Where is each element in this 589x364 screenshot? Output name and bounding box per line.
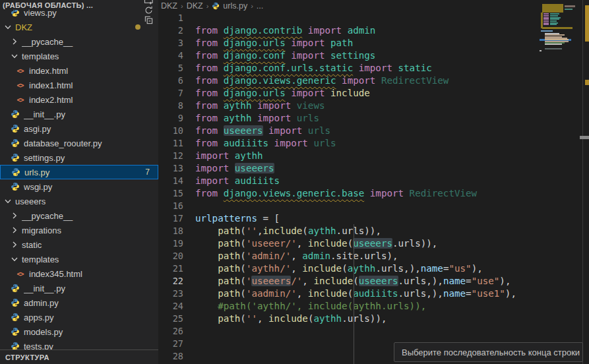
code-line-5[interactable]: 5from django.conf.urls.static import sta… [158, 61, 540, 74]
tooltip-text: Выберите последовательность конца строки [402, 348, 580, 357]
sidebar-item-apps-py[interactable]: apps.py [0, 310, 158, 324]
code-line-16[interactable]: 16 [158, 199, 540, 212]
code-area[interactable]: 12from django.contrib import admin3from … [158, 11, 540, 362]
sidebar-item-admin-py[interactable]: admin.py [0, 295, 158, 310]
sidebar-item-templates[interactable]: templates [0, 252, 158, 266]
python-icon [9, 181, 20, 192]
line-number: 2 [158, 25, 195, 36]
sidebar-item-models-py[interactable]: models.py [0, 324, 158, 339]
item-label: migrations [22, 226, 158, 235]
refresh-icon[interactable] [142, 5, 156, 15]
breadcrumb-item-folder[interactable]: DKZ [187, 1, 203, 11]
item-label: __init__.py [24, 109, 158, 119]
sidebar-item-templates[interactable]: templates [0, 49, 158, 63]
code-line-7[interactable]: 7from django.urls import include [158, 86, 540, 99]
line-number: 12 [158, 150, 195, 161]
code-line-21[interactable]: 21 path('aythh/', include(aythh.urls,),n… [158, 262, 540, 274]
code-line-26[interactable]: 26 [158, 324, 540, 337]
code-line-3[interactable]: 3from django.urls import path [158, 36, 540, 49]
item-label: static [22, 240, 158, 250]
item-label: database_roouter.py [24, 138, 158, 148]
code-line-10[interactable]: 10from useeers import urls [158, 124, 540, 136]
code-line-8[interactable]: 8from aythh import views [158, 99, 540, 111]
explorer-action-icons [142, 0, 156, 25]
line-number: 1 [158, 13, 195, 23]
sidebar-item-index2-html[interactable]: <>index2.html [0, 92, 158, 107]
item-label: admin.py [24, 298, 158, 308]
line-number: 9 [158, 113, 195, 123]
sidebar-item-useeers[interactable]: useeers [0, 194, 158, 208]
sidebar-item-wsgi-py[interactable]: wsgi.py [0, 179, 158, 194]
line-number: 8 [158, 100, 195, 111]
explorer-section-header[interactable]: (РАБОЧАЯ ОБЛАСТЬ) ... [0, 0, 158, 10]
sidebar-item-settings-py[interactable]: settings.py [0, 150, 158, 165]
code-line-4[interactable]: 4from django.conf import settings [158, 49, 540, 61]
line-number: 7 [158, 88, 195, 98]
line-number: 28 [158, 351, 195, 361]
python-icon [9, 138, 20, 148]
minimap[interactable] [540, 0, 571, 364]
item-label: wsgi.py [24, 182, 158, 192]
sidebar-item--init-py[interactable]: __init__.py [0, 281, 158, 295]
code-line-15[interactable]: 15from django.views.generic.base import … [158, 187, 540, 199]
code-line-1[interactable]: 1 [158, 11, 540, 24]
code-text: urlpatterns = [ [195, 213, 280, 224]
code-line-9[interactable]: 9from aythh import urls [158, 111, 540, 124]
code-line-25[interactable]: 25 path('', include(aythh.urls)), [158, 312, 540, 324]
sidebar-item--init-py[interactable]: __init__.py [0, 107, 158, 121]
code-text: from django.conf.urls.static import stat… [195, 63, 432, 73]
sidebar-item-dkz[interactable]: DKZ [0, 20, 158, 34]
item-label: templates [22, 255, 158, 264]
code-line-12[interactable]: 12import aythh [158, 149, 540, 162]
code-line-11[interactable]: 11from audiiits import urls [158, 136, 540, 149]
breadcrumb-item-file[interactable]: urls.py [223, 1, 247, 11]
code-line-6[interactable]: 6from django.views.generic import Redire… [158, 74, 540, 86]
code-line-23[interactable]: 23 path('aadmin/', include(audiiits.urls… [158, 287, 540, 299]
code-line-18[interactable]: 18 path('',include(aythh.urls)), [158, 224, 540, 237]
editor-pane: DKZ › DKZ › urls.py › ... 12from django.… [158, 0, 589, 364]
chevron-right-icon [9, 210, 20, 221]
chevron-right-icon: › [181, 2, 183, 10]
code-line-20[interactable]: 20 path('admin/', admin.site.urls), [158, 249, 540, 262]
code-line-22[interactable]: 22 path('useeers/', include(useeers.urls… [158, 274, 540, 287]
overview-ruler-cursor-mark [580, 136, 589, 139]
code-line-17[interactable]: 17urlpatterns = [ [158, 212, 540, 224]
breadcrumb-item-folder[interactable]: DKZ [161, 1, 177, 11]
item-label: index.html [29, 66, 158, 76]
code-text: from django.contrib import admin [195, 25, 375, 36]
code-line-19[interactable]: 19 path('useeer/', include(useeers.urls)… [158, 237, 540, 249]
line-number: 6 [158, 75, 195, 86]
line-number: 4 [158, 50, 195, 61]
html-icon: <> [15, 80, 26, 90]
line-number: 24 [158, 301, 195, 311]
sidebar-item-index1-html[interactable]: <>index1.html [0, 78, 158, 92]
line-number: 21 [158, 263, 195, 274]
sidebar-item-urls-py[interactable]: urls.py7 [0, 165, 158, 179]
code-line-24[interactable]: 24 #path('aythh/', include(aythh.urls)), [158, 299, 540, 312]
outline-section-label: СТРУКТУРА [5, 353, 49, 361]
line-number: 17 [158, 213, 195, 224]
sidebar-item--pycache-[interactable]: __pycache__ [0, 208, 158, 223]
chevron-right-icon [9, 225, 20, 235]
sidebar-item-asgi-py[interactable]: asgi.py [0, 121, 158, 136]
breadcrumb-item-symbol[interactable]: ... [257, 1, 263, 11]
line-number: 13 [158, 163, 195, 173]
item-label: index2.html [29, 95, 158, 105]
sidebar-item-index-html[interactable]: <>index.html [0, 63, 158, 78]
modified-dot [135, 24, 140, 30]
chevron-down-icon [3, 22, 13, 32]
indent-guide [354, 224, 354, 364]
code-line-14[interactable]: 14import audiiits [158, 174, 540, 187]
sidebar-item-index345-html[interactable]: <>index345.html [0, 266, 158, 281]
python-icon [9, 312, 20, 322]
sidebar-item-static[interactable]: static [0, 237, 158, 252]
outline-section-header[interactable]: СТРУКТУРА [0, 349, 158, 364]
code-line-13[interactable]: 13import useeers [158, 162, 540, 174]
sidebar-item-migrations[interactable]: migrations [0, 223, 158, 237]
code-text: import useeers [195, 163, 274, 173]
code-line-2[interactable]: 2from django.contrib import admin [158, 24, 540, 36]
new-folder-icon[interactable] [142, 0, 156, 5]
sidebar-item-database-roouter-py[interactable]: database_roouter.py [0, 136, 158, 150]
collapse-all-icon[interactable] [142, 15, 156, 25]
sidebar-item--pycache-[interactable]: __pycache__ [0, 34, 158, 49]
